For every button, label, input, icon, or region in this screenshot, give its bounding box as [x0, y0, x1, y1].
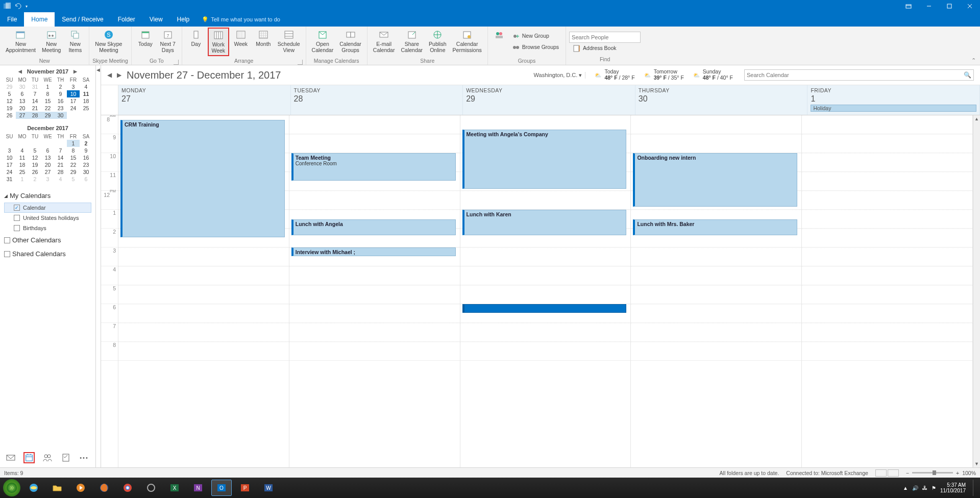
- mini-day[interactable]: 16: [80, 154, 92, 161]
- address-book-button[interactable]: Address Book: [569, 43, 641, 54]
- mini-day[interactable]: 17: [67, 97, 80, 105]
- outlook-taskbar-icon[interactable]: O: [211, 480, 232, 496]
- email-calendar-button[interactable]: E-mail Calendar: [371, 28, 398, 56]
- calendar-event[interactable]: Team MeetingConference Room: [291, 153, 456, 181]
- share-calendar-button[interactable]: Share Calendar: [398, 28, 425, 56]
- next7-button[interactable]: 7Next 7 Days: [157, 28, 179, 56]
- system-tray[interactable]: ▲ 🔊 🖧 ⚑ 5:37 AM 11/10/2017: [903, 480, 977, 496]
- mini-day[interactable]: 14: [54, 154, 67, 161]
- firefox-icon[interactable]: [94, 480, 114, 496]
- schedule-view-button[interactable]: Schedule View: [275, 28, 303, 56]
- next-week-icon[interactable]: ▶: [117, 71, 121, 79]
- scroll-up-icon[interactable]: ▲: [974, 115, 979, 122]
- calendar-list-item[interactable]: ✓Calendar: [4, 203, 91, 213]
- word-icon[interactable]: W: [258, 480, 279, 496]
- mini-day[interactable]: 12: [29, 154, 41, 161]
- calendar-list-item[interactable]: Birthdays: [4, 223, 91, 233]
- day-header[interactable]: WEDNESDAY29: [463, 85, 635, 115]
- work-week-view-button[interactable]: Work Week: [208, 28, 229, 56]
- new-group-button[interactable]: New Group: [508, 31, 562, 42]
- day-header[interactable]: MONDAY27: [118, 85, 291, 115]
- mini-day[interactable]: 14: [29, 97, 41, 105]
- mini-day[interactable]: 19: [3, 105, 16, 112]
- mini-day[interactable]: 15: [67, 154, 80, 161]
- scroll-down-icon[interactable]: ▼: [974, 460, 979, 467]
- mini-day[interactable]: 30: [80, 168, 92, 176]
- search-calendar[interactable]: 🔍: [744, 69, 974, 81]
- collapse-leftnav-icon[interactable]: ◀: [96, 65, 101, 467]
- calendar-list-item[interactable]: United States holidays: [4, 213, 91, 223]
- checkbox-empty-icon[interactable]: [4, 251, 10, 257]
- mini-day[interactable]: 25: [80, 105, 92, 112]
- mini-day[interactable]: 26: [29, 168, 41, 176]
- arrange-dialog-launcher-icon[interactable]: [298, 60, 303, 65]
- tray-volume-icon[interactable]: 🔊: [912, 485, 918, 491]
- tray-network-icon[interactable]: 🖧: [922, 485, 927, 491]
- mini-day[interactable]: 1: [67, 140, 80, 147]
- goto-dialog-launcher-icon[interactable]: [174, 60, 179, 65]
- calendar-event[interactable]: Lunch with Karen: [462, 210, 627, 235]
- mini-day[interactable]: 4: [16, 147, 29, 154]
- tab-folder[interactable]: Folder: [111, 12, 142, 27]
- show-desktop[interactable]: [973, 480, 977, 496]
- month-view-button[interactable]: Month: [253, 28, 274, 56]
- mini-day[interactable]: 2: [54, 83, 67, 90]
- tray-flag-icon[interactable]: ⚑: [932, 485, 936, 491]
- weather-day[interactable]: ⛅Today48° F / 28° F: [595, 69, 634, 81]
- mini-day[interactable]: 18: [16, 161, 29, 168]
- tasks-nav-icon[interactable]: [60, 452, 71, 463]
- mini-day[interactable]: 23: [54, 105, 67, 112]
- mini-day[interactable]: 11: [80, 90, 92, 97]
- tell-me[interactable]: 💡 Tell me what you want to do: [197, 12, 285, 27]
- mini-day[interactable]: 22: [41, 105, 54, 112]
- mini-day[interactable]: 13: [41, 154, 54, 161]
- more-nav-icon[interactable]: •••: [79, 452, 90, 463]
- browse-groups-button[interactable]: Browse Groups: [508, 42, 562, 53]
- checkbox-icon[interactable]: [14, 215, 20, 221]
- view-normal-icon[interactable]: [875, 469, 887, 477]
- mini-day[interactable]: 17: [3, 161, 16, 168]
- mini-day[interactable]: 19: [29, 161, 41, 168]
- checkbox-empty-icon[interactable]: [4, 237, 10, 243]
- mini-day[interactable]: 13: [16, 97, 29, 105]
- people-nav-icon[interactable]: [42, 452, 53, 463]
- time-grid[interactable]: 8AM9101112PM12345678 CRM TrainingTeam Me…: [101, 115, 973, 467]
- mini-day[interactable]: 29: [67, 168, 80, 176]
- mini-day[interactable]: 8: [67, 147, 80, 154]
- day-column[interactable]: Onboarding new internLunch with Mrs. Bak…: [631, 115, 802, 467]
- open-calendar-button[interactable]: Open Calendar: [309, 28, 336, 56]
- media-player-icon[interactable]: [70, 480, 91, 496]
- powerpoint-icon[interactable]: P: [235, 480, 255, 496]
- mini-day[interactable]: 29: [3, 83, 16, 90]
- mini-day[interactable]: 5: [3, 90, 16, 97]
- mini-day[interactable]: 25: [16, 168, 29, 176]
- zoom-control[interactable]: − + 100%: [906, 470, 976, 476]
- zoom-out-icon[interactable]: −: [906, 470, 909, 476]
- mini-day[interactable]: 5: [67, 176, 80, 183]
- mini-prev-icon[interactable]: ◀: [16, 69, 24, 74]
- mini-day[interactable]: 22: [67, 161, 80, 168]
- qat-outlook-icon[interactable]: [3, 2, 11, 10]
- mini-day[interactable]: 7: [54, 147, 67, 154]
- mini-day[interactable]: 6: [41, 147, 54, 154]
- calendar-event[interactable]: [462, 304, 627, 313]
- mini-day[interactable]: 31: [3, 176, 16, 183]
- mini-next-icon[interactable]: ▶: [71, 69, 79, 74]
- mini-day[interactable]: 1: [41, 83, 54, 90]
- mini-day[interactable]: 2: [29, 176, 41, 183]
- mini-day[interactable]: 20: [41, 161, 54, 168]
- mini-day[interactable]: 12: [3, 97, 16, 105]
- mini-day[interactable]: 3: [41, 176, 54, 183]
- zoom-slider[interactable]: [912, 472, 953, 474]
- search-calendar-input[interactable]: [747, 72, 964, 78]
- day-view-button[interactable]: Day: [185, 28, 207, 56]
- mini-day[interactable]: 30: [16, 83, 29, 90]
- calendar-event[interactable]: Lunch with Mrs. Baker: [633, 219, 797, 235]
- mini-day[interactable]: 28: [29, 112, 41, 119]
- ie-icon[interactable]: [23, 480, 44, 496]
- day-header[interactable]: FRIDAY1Holiday: [807, 85, 980, 115]
- view-reading-icon[interactable]: [888, 469, 899, 477]
- window-close-icon[interactable]: [960, 0, 980, 12]
- chrome-icon[interactable]: [117, 480, 138, 496]
- day-column[interactable]: CRM Training: [118, 115, 289, 467]
